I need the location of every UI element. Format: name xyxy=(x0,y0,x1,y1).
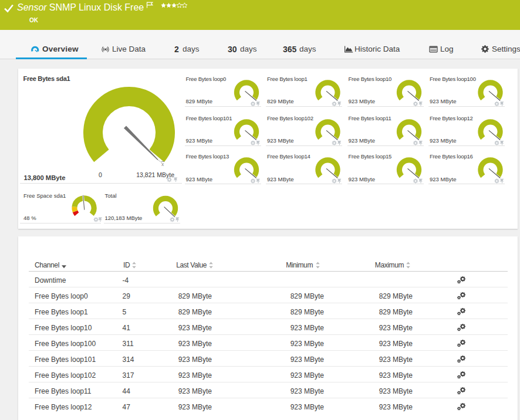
svg-text:x: x xyxy=(161,161,164,167)
